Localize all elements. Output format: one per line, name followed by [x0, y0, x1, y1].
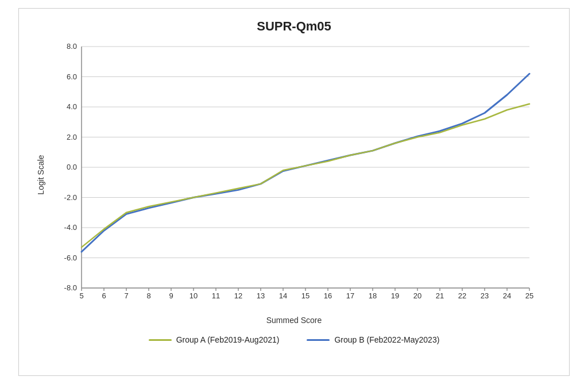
legend-label-a: Group A (Feb2019-Aug2021): [176, 335, 280, 344]
chart-container: SUPR-Qm05 Logit Scale 8.06.04.02.00.0-2.…: [18, 8, 570, 376]
svg-text:5: 5: [79, 291, 83, 300]
legend-line-b: [307, 339, 330, 341]
svg-text:8.0: 8.0: [67, 42, 77, 51]
svg-text:25: 25: [525, 291, 533, 300]
legend-item-b: Group B (Feb2022-May2023): [307, 335, 439, 344]
svg-text:15: 15: [301, 291, 310, 300]
chart-area: 8.06.04.02.00.0-2.0-4.0-6.0-8.0567891011…: [47, 41, 541, 311]
svg-text:22: 22: [458, 291, 466, 300]
chart-title: SUPR-Qm05: [257, 19, 331, 34]
svg-text:-8.0: -8.0: [64, 283, 77, 292]
x-axis-label: Summed Score: [266, 316, 322, 325]
svg-text:4.0: 4.0: [67, 102, 77, 111]
svg-text:20: 20: [413, 291, 421, 300]
chart-svg: 8.06.04.02.00.0-2.0-4.0-6.0-8.0567891011…: [47, 41, 541, 311]
svg-text:2.0: 2.0: [67, 133, 77, 141]
legend-label-b: Group B (Feb2022-May2023): [334, 335, 439, 344]
svg-text:16: 16: [324, 291, 332, 300]
svg-text:8: 8: [146, 291, 150, 300]
svg-text:6: 6: [102, 291, 106, 300]
svg-text:-4.0: -4.0: [64, 223, 77, 232]
svg-text:17: 17: [346, 291, 354, 300]
svg-text:10: 10: [189, 291, 198, 300]
svg-text:23: 23: [481, 291, 489, 300]
svg-text:-6.0: -6.0: [64, 254, 77, 262]
svg-text:-2.0: -2.0: [64, 193, 77, 202]
svg-text:24: 24: [503, 291, 511, 300]
svg-text:0.0: 0.0: [67, 163, 77, 171]
legend-line-a: [149, 339, 172, 341]
svg-text:21: 21: [436, 291, 444, 300]
svg-text:9: 9: [169, 291, 173, 300]
legend-item-a: Group A (Feb2019-Aug2021): [149, 335, 280, 344]
svg-text:11: 11: [212, 291, 220, 300]
svg-text:14: 14: [279, 291, 287, 300]
legend: Group A (Feb2019-Aug2021) Group B (Feb20…: [149, 335, 440, 344]
svg-text:6.0: 6.0: [67, 72, 77, 81]
svg-text:12: 12: [234, 291, 242, 300]
y-axis-label: Logit Scale: [36, 155, 45, 194]
svg-text:18: 18: [369, 291, 377, 300]
svg-text:13: 13: [257, 291, 265, 300]
svg-text:7: 7: [124, 291, 128, 300]
svg-text:19: 19: [391, 291, 399, 300]
